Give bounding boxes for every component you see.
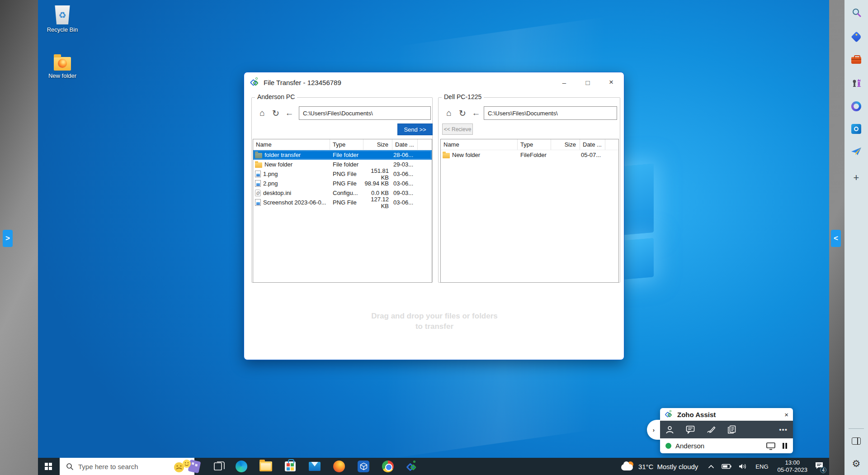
viewer-right-margin: < <box>829 0 844 475</box>
annotate-icon[interactable] <box>707 425 716 434</box>
table-row[interactable]: 2.png PNG File 98.94 KB 03-06... <box>253 179 432 188</box>
session-user-name: Anderson <box>675 442 766 450</box>
table-row[interactable]: folder transfer File folder 28-06... <box>253 150 432 160</box>
column-type[interactable]: Type <box>330 139 363 150</box>
file-type-icon <box>255 171 261 177</box>
column-date[interactable]: Date ... <box>580 139 605 150</box>
table-row[interactable]: 1.png PNG File 151.81 KB 03-06... <box>253 169 432 179</box>
widget-header[interactable]: Zoho Assist × <box>660 408 793 421</box>
monitor-icon[interactable] <box>766 442 776 450</box>
file-type-icon <box>255 162 262 168</box>
desktop-icon-recycle-bin[interactable]: ♻ Recycle Bin <box>45 5 80 33</box>
back-icon[interactable]: ← <box>469 108 483 118</box>
speaker-icon[interactable] <box>739 463 747 470</box>
clock[interactable]: 13:00 05-07-2023 <box>778 459 808 474</box>
store-icon[interactable] <box>278 458 302 475</box>
table-row[interactable]: Screenshot 2023-06-0... PNG File 127.12 … <box>253 198 432 207</box>
chat-icon[interactable] <box>686 425 695 434</box>
column-type[interactable]: Type <box>518 139 551 150</box>
clock-date: 05-07-2023 <box>778 466 808 474</box>
tools-icon[interactable] <box>849 53 863 67</box>
firefox-icon[interactable] <box>327 458 351 475</box>
column-date[interactable]: Date ... <box>392 139 418 150</box>
language-indicator[interactable]: ENG <box>755 463 768 470</box>
column-size[interactable]: Size <box>551 139 580 150</box>
sidebar-divider <box>849 428 864 429</box>
dropzone-hint: Drag and drop your files or folders to t… <box>367 311 502 332</box>
zoho-assist-logo <box>250 78 259 87</box>
path-input[interactable]: C:\Users\Files\Documents\ <box>484 106 617 120</box>
pause-icon[interactable] <box>782 442 788 449</box>
mail-icon[interactable] <box>302 458 327 475</box>
widget-footer: Anderson <box>660 438 793 453</box>
file-type-icon <box>255 199 261 206</box>
outlook-icon[interactable] <box>849 122 863 136</box>
start-button[interactable] <box>38 458 59 475</box>
microsoft-365-icon[interactable] <box>849 100 863 113</box>
recycle-bin-icon: ♻ <box>54 5 71 24</box>
back-icon[interactable]: ← <box>283 108 296 118</box>
column-name[interactable]: Name <box>253 139 330 150</box>
close-icon[interactable]: × <box>784 411 788 418</box>
screen: > ♻ Recycle Bin New folder File Transfer… <box>0 0 868 475</box>
weather-widget[interactable]: 31°C Mostly cloudy <box>621 461 698 471</box>
desktop-icon-label: Recycle Bin <box>47 26 78 33</box>
remote-cube-icon[interactable] <box>351 458 376 475</box>
add-icon[interactable]: + <box>849 171 863 185</box>
file-explorer-icon[interactable] <box>254 458 278 475</box>
weather-desc: Mostly cloudy <box>657 463 698 470</box>
refresh-icon[interactable]: ↻ <box>456 108 469 119</box>
desktop-icon-label: New folder <box>48 72 76 79</box>
chevron-up-icon[interactable] <box>708 465 714 469</box>
panel-title: Dell PC-1225 <box>442 93 484 100</box>
left-expand-tab[interactable]: > <box>3 230 13 247</box>
table-row[interactable]: New folder File folder 29-03... <box>253 160 432 169</box>
drop-icon[interactable] <box>849 145 863 158</box>
theater-masks-and-film-icon[interactable] <box>172 459 202 474</box>
column-size[interactable]: Size <box>363 139 392 150</box>
right-collapse-tab[interactable]: < <box>831 230 841 247</box>
more-icon[interactable]: ••• <box>779 426 788 433</box>
path-input[interactable]: C:\Users\Files\Documents\ <box>299 106 431 120</box>
settings-icon[interactable]: ⚙ <box>849 457 863 470</box>
file-list-remote: Name Type Size Date ... New folder FileF… <box>440 139 619 283</box>
chrome-icon[interactable] <box>376 458 400 475</box>
list-header[interactable]: Name Type Size Date ... <box>253 139 432 150</box>
panel-local: Anderson PC ⌂ ↻ ← C:\Users\Files\Documen… <box>251 97 433 283</box>
shopping-tag-icon[interactable] <box>849 30 863 43</box>
file-type-icon <box>443 153 450 158</box>
file-type-icon <box>255 153 262 158</box>
weather-temp: 31°C <box>638 463 654 470</box>
home-icon[interactable]: ⌂ <box>255 108 269 118</box>
list-header[interactable]: Name Type Size Date ... <box>441 139 618 150</box>
clipboard-icon[interactable] <box>727 425 736 434</box>
zoho-assist-icon[interactable] <box>400 458 425 475</box>
table-row[interactable]: New folder FileFolder 05-07... <box>441 150 618 160</box>
send-button[interactable]: Send >> <box>397 124 433 135</box>
games-icon[interactable] <box>849 76 863 90</box>
search-icon <box>66 463 74 470</box>
receive-button[interactable]: << Recieve <box>442 124 473 135</box>
participant-icon[interactable] <box>665 425 674 434</box>
sidebar-panel-icon[interactable] <box>849 434 863 448</box>
zoho-assist-logo <box>665 411 673 418</box>
home-icon[interactable]: ⌂ <box>442 108 456 118</box>
online-status-dot <box>665 443 671 449</box>
panel-title: Anderson PC <box>255 93 297 100</box>
table-row[interactable]: desktop.ini Configu... 0.0 KB 09-03... <box>253 188 432 198</box>
maximize-button[interactable]: □ <box>576 72 599 92</box>
sun-cloud-icon <box>621 461 635 471</box>
task-view-icon[interactable] <box>213 461 225 472</box>
column-name[interactable]: Name <box>441 139 518 150</box>
minimize-button[interactable]: – <box>552 72 576 92</box>
file-list-local: Name Type Size Date ... folder transfer … <box>253 139 432 283</box>
search-icon[interactable] <box>849 5 863 19</box>
refresh-icon[interactable]: ↻ <box>269 108 283 119</box>
close-button[interactable]: × <box>599 72 623 92</box>
battery-icon[interactable] <box>722 464 731 469</box>
desktop-icon-new-folder[interactable]: New folder <box>45 53 80 79</box>
file-type-icon <box>255 180 261 187</box>
widget-toolbar: ••• <box>660 421 793 438</box>
notification-center-icon[interactable]: 4 <box>815 461 824 471</box>
edge-icon[interactable] <box>229 458 254 475</box>
